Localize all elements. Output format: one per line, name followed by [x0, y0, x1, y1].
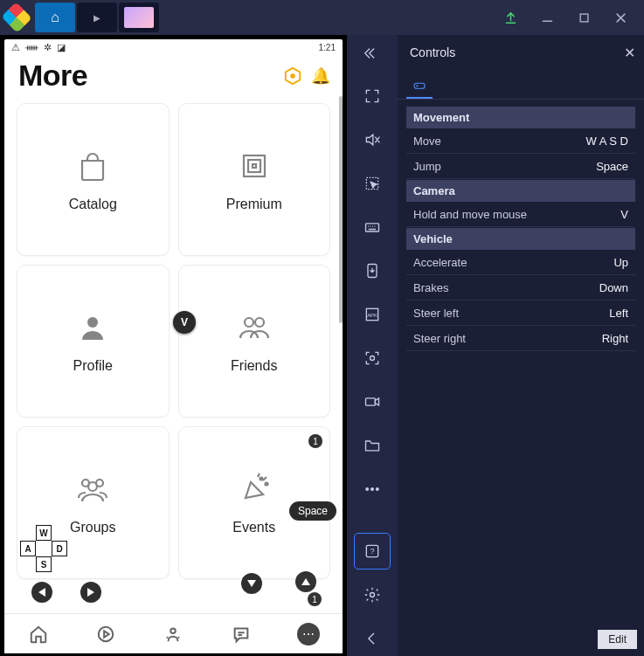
person-icon [74, 309, 111, 346]
help-button[interactable]: ? [355, 534, 390, 569]
minimize-button[interactable] [529, 0, 565, 35]
svg-rect-17 [366, 224, 379, 231]
card-friends[interactable]: Friends [178, 265, 331, 418]
panel-title: Controls [410, 45, 455, 59]
card-premium[interactable]: Premium [178, 103, 331, 256]
maximize-icon [578, 11, 591, 24]
control-key: Down [599, 281, 628, 294]
settings-button[interactable] [355, 577, 390, 612]
confetti-icon [236, 471, 273, 508]
more-icon: ⋯ [297, 623, 320, 646]
control-key: Up [613, 256, 628, 269]
more-tools-button[interactable] [355, 472, 390, 507]
svg-rect-5 [253, 164, 256, 168]
record-button[interactable] [355, 384, 390, 419]
folder-button[interactable] [355, 428, 390, 463]
keyboard-button[interactable] [355, 210, 390, 245]
gamepad-icon [412, 79, 426, 93]
card-catalog[interactable]: Catalog [17, 103, 170, 256]
upload-button[interactable] [492, 0, 529, 35]
nav-more[interactable]: ⋯ [295, 621, 322, 647]
card-label: Profile [73, 358, 113, 374]
maximize-button[interactable] [565, 0, 602, 35]
page-title: More [18, 59, 87, 93]
install-apk-button[interactable] [355, 253, 390, 288]
dpad-up: W [37, 526, 51, 540]
panel-close-button[interactable]: ✕ [624, 45, 635, 61]
overlay-btn-left[interactable] [31, 582, 52, 603]
overlay-btn-right[interactable] [80, 582, 101, 603]
nav-chat[interactable] [228, 621, 254, 647]
control-row: AccelerateUp [406, 251, 635, 275]
control-action: Steer left [413, 307, 459, 320]
tab-home[interactable]: ⌂ [35, 3, 75, 32]
premium-badge-icon[interactable] [283, 66, 302, 86]
card-label: Groups [70, 520, 115, 535]
panel-tab-gamepad[interactable] [406, 74, 433, 99]
control-row: BrakesDown [406, 276, 635, 300]
tab-game[interactable] [119, 3, 159, 32]
control-action: Accelerate [413, 256, 467, 269]
scroll-indicator[interactable] [339, 96, 343, 323]
overlay-space-key[interactable]: Space [289, 501, 336, 521]
overlay-wasd-pad[interactable]: W A D S [21, 526, 66, 571]
overlay-btn-up[interactable] [295, 571, 316, 592]
nav-home[interactable] [25, 621, 52, 647]
overlay-btn-down[interactable] [241, 573, 262, 594]
close-icon [614, 11, 627, 24]
svg-text:?: ? [370, 547, 374, 556]
dpad-right: D [52, 542, 66, 556]
keymap-cursor-button[interactable] [355, 166, 390, 201]
bluestacks-logo[interactable] [0, 5, 33, 30]
svg-text:APK: APK [367, 313, 377, 318]
nav-avatar[interactable] [160, 621, 186, 647]
volume-button[interactable] [355, 122, 390, 157]
dpad-left: A [21, 542, 35, 556]
control-row: Steer leftLeft [406, 301, 635, 326]
clock: 1:21 [319, 43, 336, 52]
gear-small-icon: ✲ [44, 42, 52, 53]
titlebar: ⌂ ▶ [0, 0, 644, 35]
controls-panel: Controls ✕ MovementMoveW A S DJumpSpaceC… [398, 35, 644, 656]
svg-point-14 [99, 626, 114, 641]
page-header: More 🔔 [4, 55, 343, 96]
overlay-v-key[interactable]: V [173, 311, 196, 334]
svg-point-25 [377, 488, 379, 491]
side-toolbar: APK ? [347, 35, 398, 656]
events-badge: 1 [308, 434, 322, 448]
control-action: Brakes [413, 281, 448, 294]
back-button[interactable] [355, 621, 390, 656]
tab-play-store[interactable]: ▶ [77, 3, 117, 32]
svg-point-7 [245, 318, 253, 327]
screenshot-button[interactable] [355, 341, 390, 376]
network-icon: ᚔ [25, 42, 38, 53]
upload-icon [504, 11, 517, 24]
edit-button[interactable]: Edit [598, 630, 637, 649]
card-profile[interactable]: Profile [17, 265, 170, 418]
fullscreen-button[interactable] [355, 79, 390, 114]
svg-point-12 [260, 477, 262, 480]
phone-frame: ⚠ ᚔ ✲ ◪ 1:21 More 🔔 [0, 35, 347, 656]
groups-icon [74, 471, 111, 508]
card-label: Catalog [69, 197, 117, 212]
svg-point-6 [87, 317, 98, 328]
game-thumb-icon [124, 7, 154, 28]
control-key: Space [596, 160, 628, 173]
svg-point-15 [171, 628, 177, 633]
svg-rect-22 [366, 398, 376, 405]
control-action: Steer right [413, 332, 466, 345]
play-icon: ▶ [93, 13, 100, 23]
warning-icon: ⚠ [11, 42, 20, 53]
bottom-nav: ⋯ [4, 613, 343, 653]
control-row: Steer rightRight [406, 327, 635, 351]
nav-play[interactable] [93, 621, 119, 647]
panel-body: MovementMoveW A S DJumpSpaceCameraHold a… [398, 100, 644, 360]
apk-button[interactable]: APK [355, 297, 390, 332]
bell-icon[interactable]: 🔔 [311, 66, 330, 86]
collapse-panel-button[interactable] [355, 37, 390, 70]
card-label: Events [232, 520, 275, 535]
close-button[interactable] [602, 0, 639, 35]
minimize-icon [541, 11, 554, 24]
svg-point-2 [290, 73, 295, 79]
section-header: Movement [406, 107, 635, 128]
